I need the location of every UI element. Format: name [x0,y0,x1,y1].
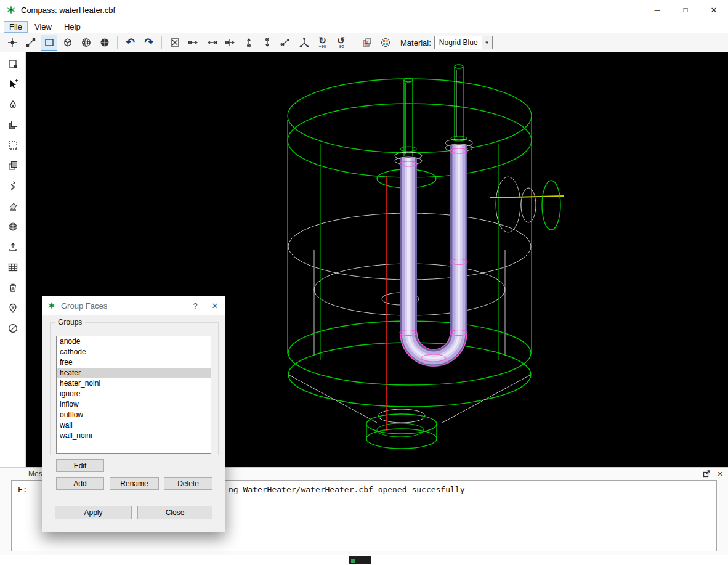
duplicate-faces-button[interactable] [4,158,22,174]
list-item[interactable]: cathode [57,347,211,357]
undo-button[interactable]: ↶ [122,35,139,51]
eraser-button[interactable] [4,198,22,214]
list-item[interactable]: anode [57,336,211,347]
list-item[interactable]: inflow [57,399,211,410]
view-z-plus-button[interactable] [277,35,294,51]
float-pane-button[interactable] [701,468,712,479]
view-y-minus-button[interactable] [222,35,238,51]
view-z-plus-icon [280,37,292,48]
edit-button[interactable]: Edit [56,459,104,472]
dialog-title-bar: Group Faces ? ✕ [42,296,225,315]
mesh-sphere-button[interactable] [78,35,94,51]
hide-icon [7,323,18,334]
main-toolbar: ↶ ↷ ↻ +90 ↺ -90 [0,33,728,52]
view-y-minus-icon [224,37,237,48]
shaded-sphere-icon [99,37,110,48]
rotate-cw-label: +90 [319,44,326,49]
palette-button[interactable] [377,35,394,51]
delete-button-tool[interactable] [4,280,22,296]
view-x-minus-icon [187,37,200,48]
toolbar-separator [161,36,162,49]
mesh-sphere-icon [81,37,92,48]
region-select-icon [7,140,18,151]
menu-file[interactable]: File [4,21,28,33]
groups-list[interactable]: anode cathode free heater heater_noini i… [56,336,211,454]
marquee-select-button[interactable] [4,56,22,72]
fit-view-button[interactable] [166,35,183,51]
view-z-minus-button[interactable] [259,35,275,51]
view-x-minus-button[interactable] [185,35,201,51]
log-line-prefix: E: [18,485,28,494]
list-item[interactable]: free [57,357,211,368]
list-item[interactable]: ignore [57,389,211,399]
hide-button[interactable] [4,320,22,336]
box-tool-button[interactable] [59,35,76,51]
fit-view-icon [169,37,180,48]
view-x-plus-icon [206,37,218,48]
rename-button[interactable]: Rename [110,477,159,490]
fill-tool-icon [7,99,18,110]
taskbar-fragment [349,556,371,564]
material-copy-button[interactable] [358,35,375,51]
maximize-button[interactable]: □ [671,0,700,20]
copy-faces-button[interactable] [4,117,22,133]
menu-view[interactable]: View [29,21,57,33]
fill-tool-button[interactable] [4,97,22,113]
rect-tool-button[interactable] [41,35,57,51]
axis-tripod-button[interactable] [296,35,312,51]
point-tool-button[interactable] [4,35,20,51]
list-item[interactable]: wall_noini [57,431,211,441]
list-item[interactable]: wall [57,420,211,431]
close-pane-button[interactable]: ✕ [714,468,726,479]
pick-tool-button[interactable] [4,76,22,92]
sphere-tool-icon [7,221,18,232]
line-tool-icon [25,37,36,48]
toolbar-separator [117,36,118,49]
close-dialog-button[interactable]: Close [137,506,212,519]
coil-button[interactable] [4,178,22,194]
menu-help[interactable]: Help [59,21,86,33]
line-tool-button[interactable] [22,35,39,51]
log-line-text: ng_WaterHeater/waterHeater.cbf opened su… [229,485,465,494]
view-z-minus-icon [262,37,273,48]
float-pane-icon [703,470,710,478]
material-selector-group: Material: Nogrid Blue ▾ [400,36,493,49]
material-label: Material: [400,38,431,47]
app-window: Compass: waterHeater.cbf ─ □ ✕ File View… [0,0,728,565]
rotate-cw-icon: ↻ [318,37,326,44]
dialog-close-button[interactable]: ✕ [205,296,225,315]
duplicate-faces-icon [7,160,18,171]
rotate-ccw-icon: ↺ [337,37,345,44]
delete-button[interactable]: Delete [164,477,212,490]
add-button[interactable]: Add [56,477,104,490]
list-item-selected[interactable]: heater [57,368,211,378]
sphere-tool-button[interactable] [4,219,22,235]
grid-button[interactable] [4,259,22,275]
grid-icon [7,262,18,273]
list-item[interactable]: outflow [57,410,211,420]
apply-button[interactable]: Apply [55,506,132,519]
shaded-sphere-button[interactable] [96,35,113,51]
view-x-plus-button[interactable] [203,35,220,51]
rotate-ccw-button[interactable]: ↺ -90 [333,35,349,51]
minimize-button[interactable]: ─ [643,0,671,20]
toolbar-separator [354,36,354,49]
material-dropdown[interactable]: Nogrid Blue ▾ [434,36,493,49]
window-title: Compass: waterHeater.cbf [21,6,115,15]
locate-button[interactable] [4,300,22,316]
export-button[interactable] [4,239,22,255]
list-item[interactable]: heater_noini [57,378,211,389]
dialog-help-button[interactable]: ? [185,296,205,315]
region-select-button[interactable] [4,137,22,153]
view-y-plus-button[interactable] [240,35,257,51]
rotate-ccw-label: -90 [338,44,344,49]
redo-button[interactable]: ↷ [140,35,157,51]
dropdown-arrow-icon: ▾ [482,36,492,49]
export-icon [7,242,18,253]
group-faces-dialog: Group Faces ? ✕ Groups anode cathode fre… [42,296,225,532]
left-toolbar [0,52,26,467]
rotate-cw-button[interactable]: ↻ +90 [314,35,331,51]
pick-tool-icon [7,79,18,90]
point-tool-icon [7,37,18,48]
close-button[interactable]: ✕ [700,0,728,20]
